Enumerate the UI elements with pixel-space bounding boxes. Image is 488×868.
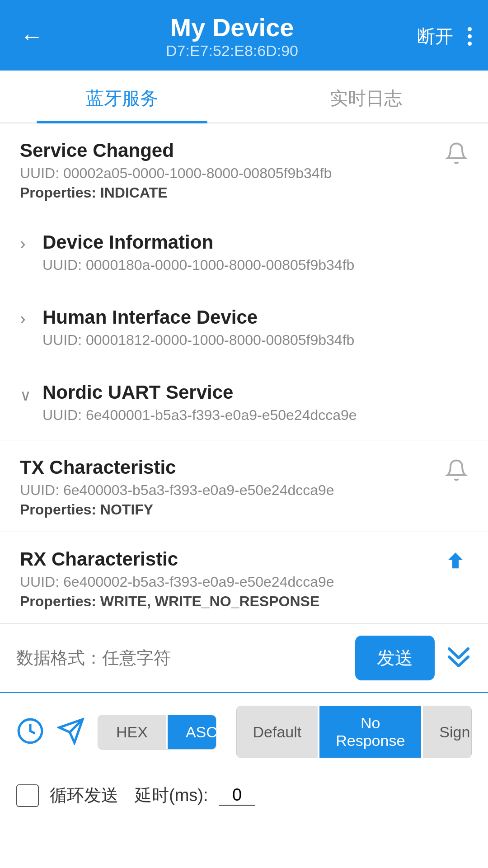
back-button[interactable]: ←	[16, 19, 47, 53]
tx-characteristic: TX Characteristic UUID: 6e400003-b5a3-f3…	[0, 440, 488, 532]
app-header: ← My Device D7:E7:52:E8:6D:90 断开	[0, 0, 488, 71]
tab-log[interactable]: 实时日志	[244, 71, 488, 123]
rx-char-name: RX Characteristic	[20, 548, 334, 570]
format-hex-button[interactable]: HEX	[98, 715, 166, 749]
tab-bar: 蓝牙服务 实时日志	[0, 71, 488, 123]
loop-row: 循环发送 延时(ms):	[0, 771, 488, 820]
hid-service[interactable]: › Human Interface Device UUID: 00001812-…	[0, 290, 488, 365]
format-ascii-button[interactable]: ASCII	[168, 715, 216, 749]
device-info-name: Device Information	[42, 231, 354, 253]
rx-char-upload[interactable]	[443, 548, 468, 576]
rx-characteristic: RX Characteristic UUID: 6e400002-b5a3-f3…	[0, 532, 488, 624]
more-dot-2	[468, 34, 472, 38]
nordic-uart-name: Nordic UART Service	[42, 382, 357, 403]
hid-header: › Human Interface Device UUID: 00001812-…	[20, 307, 468, 351]
data-input[interactable]	[16, 648, 344, 668]
device-title: My Device	[47, 13, 417, 42]
response-signed-button[interactable]: Signed	[423, 706, 472, 758]
disconnect-button[interactable]: 断开	[417, 24, 453, 49]
service-changed: Service Changed UUID: 00002a05-0000-1000…	[0, 123, 488, 215]
device-info-chevron: ›	[20, 234, 33, 254]
bottom-toolbar: HEX ASCII Default No Response Signed	[0, 693, 488, 771]
nordic-uart-header: ∨ Nordic UART Service UUID: 6e400001-b5a…	[20, 382, 468, 426]
more-dot-1	[468, 27, 472, 31]
device-info-info: Device Information UUID: 0000180a-0000-1…	[42, 231, 354, 276]
nordic-uart-uuid: UUID: 6e400001-b5a3-f393-e0a9-e50e24dcca…	[42, 407, 357, 424]
nordic-uart-service[interactable]: ∨ Nordic UART Service UUID: 6e400001-b5a…	[0, 365, 488, 440]
paper-send-icon[interactable]	[57, 717, 85, 747]
tx-char-name: TX Characteristic	[20, 457, 334, 478]
tx-char-props: Properties: NOTIFY	[20, 501, 334, 518]
delay-input[interactable]	[219, 785, 255, 806]
header-center: My Device D7:E7:52:E8:6D:90	[47, 13, 417, 60]
format-group: HEX ASCII	[98, 715, 216, 750]
response-group: Default No Response Signed	[236, 706, 472, 758]
expand-button[interactable]	[446, 645, 472, 671]
response-default-button[interactable]: Default	[237, 706, 318, 758]
send-button[interactable]: 发送	[355, 636, 435, 680]
device-info-header: › Device Information UUID: 0000180a-0000…	[20, 231, 468, 276]
header-actions: 断开	[417, 24, 472, 49]
response-noresponse-button[interactable]: No Response	[319, 706, 421, 758]
rx-char-info: RX Characteristic UUID: 6e400002-b5a3-f3…	[20, 548, 334, 610]
tab-bluetooth[interactable]: 蓝牙服务	[0, 71, 244, 123]
service-changed-bell[interactable]	[445, 142, 468, 167]
device-info-uuid: UUID: 0000180a-0000-1000-8000-00805f9b34…	[42, 257, 354, 274]
loop-checkbox[interactable]	[16, 784, 39, 807]
device-info-left: › Device Information UUID: 0000180a-0000…	[20, 231, 354, 276]
hid-chevron: ›	[20, 309, 33, 329]
loop-label: 循环发送	[50, 784, 118, 807]
service-changed-props: Properties: INDICATE	[20, 184, 332, 201]
more-button[interactable]	[468, 27, 472, 46]
clock-icon[interactable]	[16, 717, 44, 747]
hid-uuid: UUID: 00001812-0000-1000-8000-00805f9b34…	[42, 332, 354, 349]
delay-label: 延时(ms):	[135, 784, 208, 807]
nordic-uart-left: ∨ Nordic UART Service UUID: 6e400001-b5a…	[20, 382, 357, 426]
hid-left: › Human Interface Device UUID: 00001812-…	[20, 307, 354, 351]
input-bar: 发送	[0, 624, 488, 693]
service-changed-uuid: UUID: 00002a05-0000-1000-8000-00805f9b34…	[20, 165, 332, 182]
service-changed-header: Service Changed UUID: 00002a05-0000-1000…	[20, 140, 468, 201]
more-dot-3	[468, 42, 472, 46]
service-changed-name: Service Changed	[20, 140, 332, 161]
nordic-uart-info: Nordic UART Service UUID: 6e400001-b5a3-…	[42, 382, 357, 426]
tx-char-info: TX Characteristic UUID: 6e400003-b5a3-f3…	[20, 457, 334, 518]
hid-info: Human Interface Device UUID: 00001812-00…	[42, 307, 354, 351]
rx-char-uuid: UUID: 6e400002-b5a3-f393-e0a9-e50e24dcca…	[20, 574, 334, 590]
tx-char-bell[interactable]	[445, 458, 468, 484]
rx-char-props: Properties: WRITE, WRITE_NO_RESPONSE	[20, 593, 334, 610]
service-changed-info: Service Changed UUID: 00002a05-0000-1000…	[20, 140, 332, 201]
hid-name: Human Interface Device	[42, 307, 354, 328]
service-list: Service Changed UUID: 00002a05-0000-1000…	[0, 123, 488, 624]
device-mac: D7:E7:52:E8:6D:90	[47, 42, 417, 60]
tx-char-uuid: UUID: 6e400003-b5a3-f393-e0a9-e50e24dcca…	[20, 482, 334, 499]
nordic-uart-chevron: ∨	[20, 386, 33, 404]
device-information[interactable]: › Device Information UUID: 0000180a-0000…	[0, 215, 488, 290]
